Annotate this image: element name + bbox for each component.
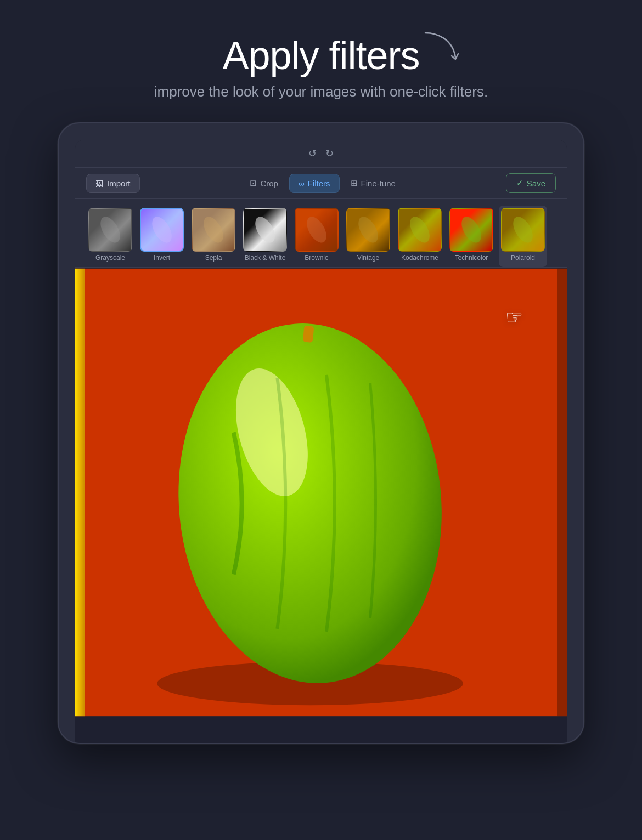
tab-group: ⊡ Crop ∞ Filters ⊞ Fine-tune <box>241 174 404 193</box>
undo-redo-bar: ↺ ↻ <box>75 140 567 168</box>
crop-icon: ⊡ <box>250 178 257 188</box>
filter-invert[interactable]: Invert <box>138 206 186 267</box>
svg-rect-1 <box>75 269 85 716</box>
save-check-icon: ✓ <box>516 178 523 188</box>
redo-icon[interactable]: ↻ <box>325 147 334 160</box>
filter-kodachrome[interactable]: Kodachrome <box>396 206 444 267</box>
filter-brownie[interactable]: Brownie <box>292 206 341 267</box>
image-area: ☞ <box>75 268 567 717</box>
main-toolbar: 🖼 Import ⊡ Crop ∞ Filters ⊞ Fine-tune <box>75 168 567 199</box>
main-image: ☞ <box>75 268 567 717</box>
page-subtitle: improve the look of your images with one… <box>154 83 488 100</box>
svg-rect-6 <box>303 326 314 343</box>
arrow-icon <box>420 27 464 66</box>
filter-polaroid[interactable]: Polaroid <box>499 206 547 267</box>
filter-vintage[interactable]: Vintage <box>344 206 392 267</box>
page-title: Apply filters <box>222 33 419 78</box>
save-button[interactable]: ✓ Save <box>506 173 556 193</box>
filter-sepia[interactable]: Sepia <box>189 206 238 267</box>
filters-strip: Grayscale Invert Sepia Black & White <box>75 199 567 268</box>
app-inner: ↺ ↻ 🖼 Import ⊡ Crop ∞ Filters <box>75 140 567 743</box>
header-section: Apply filters improve the look of your i… <box>154 33 488 100</box>
filter-bw[interactable]: Black & White <box>241 206 289 267</box>
undo-redo-group: ↺ ↻ <box>243 147 399 160</box>
filter-technicolor[interactable]: Technicolor <box>447 206 495 267</box>
filters-icon: ∞ <box>299 179 305 188</box>
import-button[interactable]: 🖼 Import <box>86 174 140 193</box>
import-icon: 🖼 <box>95 179 104 188</box>
undo-icon[interactable]: ↺ <box>308 147 317 160</box>
watermelon-image <box>75 268 567 717</box>
svg-rect-2 <box>557 269 567 716</box>
finetune-icon: ⊞ <box>351 178 358 188</box>
tab-crop[interactable]: ⊡ Crop <box>241 174 287 192</box>
tab-filters[interactable]: ∞ Filters <box>289 174 340 193</box>
filter-grayscale[interactable]: Grayscale <box>86 206 134 267</box>
tablet-frame: ↺ ↻ 🖼 Import ⊡ Crop ∞ Filters <box>58 122 584 744</box>
tab-finetune[interactable]: ⊞ Fine-tune <box>342 174 404 192</box>
